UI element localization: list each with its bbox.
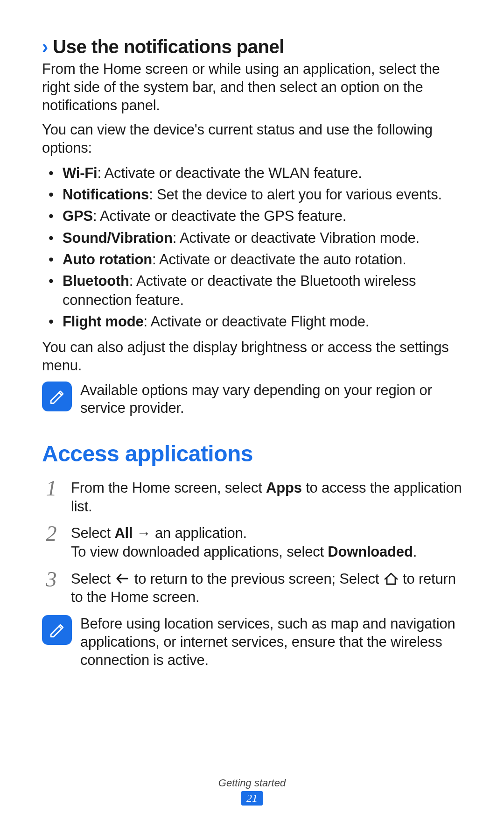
list-item: Bluetooth: Activate or deactivate the Bl… <box>42 272 462 310</box>
text-run: to return to the previous screen; Select <box>130 571 383 587</box>
list-desc: : Activate or deactivate the GPS feature… <box>93 208 346 224</box>
list-term: Notifications <box>63 186 149 203</box>
subsection-title: Use the notifications panel <box>53 36 284 57</box>
text-run: To view downloaded applications, select <box>71 544 328 560</box>
list-item: Notifications: Set the device to alert y… <box>42 185 462 204</box>
text-run: → an application. <box>133 525 247 541</box>
text-run-bold: Downloaded <box>328 544 413 560</box>
text-run: From the Home screen, select <box>71 480 266 496</box>
text-run: Select <box>71 571 114 587</box>
step-number: 3 <box>42 570 61 589</box>
subsection-heading: › Use the notifications panel <box>42 36 462 57</box>
step-text: Select All → an application. To view dow… <box>71 524 462 561</box>
text-run: . <box>413 544 417 560</box>
note-pencil-icon <box>42 615 72 645</box>
list-desc: : Activate or deactivate Vibration mode. <box>173 230 420 246</box>
list-item: GPS: Activate or deactivate the GPS feat… <box>42 207 462 226</box>
list-term: Bluetooth <box>63 273 129 289</box>
step-number: 1 <box>42 479 61 498</box>
list-term: Flight mode <box>63 313 143 330</box>
numbered-steps: 1 From the Home screen, select Apps to a… <box>42 479 462 607</box>
step-text: From the Home screen, select Apps to acc… <box>71 479 462 516</box>
bullet-list: Wi-Fi: Activate or deactivate the WLAN f… <box>42 164 462 331</box>
section-title: Access applications <box>42 441 462 467</box>
list-desc: : Activate or deactivate the WLAN featur… <box>97 165 362 181</box>
step-item: 3 Select to return to the previous scree… <box>42 570 462 607</box>
back-arrow-icon <box>114 572 130 586</box>
list-desc: : Set the device to alert you for variou… <box>149 186 442 203</box>
list-item: Wi-Fi: Activate or deactivate the WLAN f… <box>42 164 462 183</box>
text-run: Select <box>71 525 114 541</box>
page-number-badge: 21 <box>241 791 263 806</box>
chevron-right-icon: › <box>42 37 48 56</box>
home-icon <box>383 572 399 586</box>
note-callout: Before using location services, such as … <box>42 615 462 669</box>
paragraph: From the Home screen or while using an a… <box>42 60 462 114</box>
step-item: 2 Select All → an application. To view d… <box>42 524 462 561</box>
step-text: Select to return to the previous screen;… <box>71 570 462 607</box>
note-text: Available options may vary depending on … <box>80 382 462 418</box>
list-term: Sound/Vibration <box>63 230 173 246</box>
step-number: 2 <box>42 524 61 543</box>
footer-section-label: Getting started <box>0 777 504 789</box>
list-item: Auto rotation: Activate or deactivate th… <box>42 250 462 269</box>
list-item: Sound/Vibration: Activate or deactivate … <box>42 229 462 247</box>
paragraph: You can also adjust the display brightne… <box>42 339 462 375</box>
list-term: GPS <box>63 208 93 224</box>
text-run-bold: All <box>114 525 133 541</box>
text-run-bold: Apps <box>266 480 302 496</box>
note-callout: Available options may vary depending on … <box>42 382 462 418</box>
list-item: Flight mode: Activate or deactivate Flig… <box>42 312 462 331</box>
list-term: Wi-Fi <box>63 165 97 181</box>
list-term: Auto rotation <box>63 251 152 268</box>
note-text: Before using location services, such as … <box>80 615 462 669</box>
paragraph: You can view the device's current status… <box>42 121 462 157</box>
list-desc: : Activate or deactivate the auto rotati… <box>152 251 406 268</box>
list-desc: : Activate or deactivate Flight mode. <box>143 313 369 330</box>
page-footer: Getting started 21 <box>0 777 504 806</box>
note-pencil-icon <box>42 382 72 411</box>
step-item: 1 From the Home screen, select Apps to a… <box>42 479 462 516</box>
